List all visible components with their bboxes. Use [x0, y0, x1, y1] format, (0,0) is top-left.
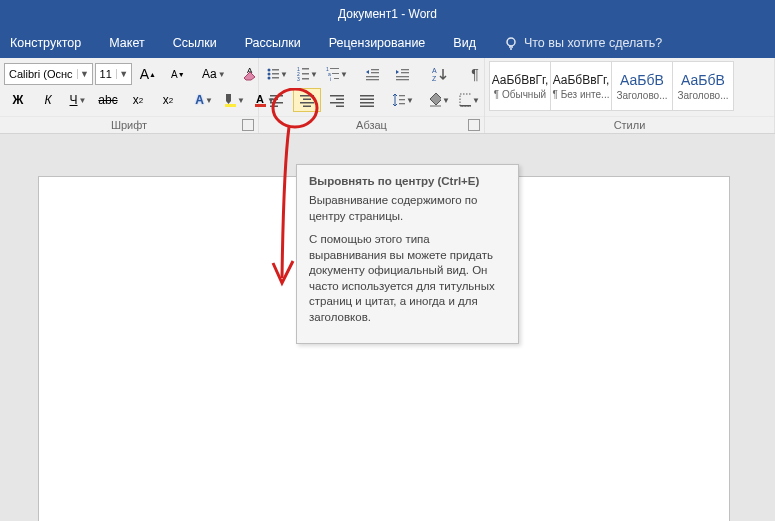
borders-button[interactable]: ▼ — [455, 88, 483, 112]
tab-layout[interactable]: Макет — [109, 36, 144, 50]
text-effects-button[interactable]: A▼ — [190, 88, 218, 112]
svg-rect-35 — [270, 102, 283, 104]
tooltip-text: С помощью этого типа выравнивания вы мож… — [309, 232, 506, 325]
bold-button[interactable]: Ж — [4, 88, 32, 112]
subscript-button[interactable]: x2 — [124, 88, 152, 112]
style-preview: АаБбВ — [620, 72, 664, 88]
underline-icon: Ч — [70, 93, 78, 107]
svg-rect-18 — [330, 68, 339, 69]
pilcrow-icon: ¶ — [471, 66, 479, 82]
svg-rect-16 — [302, 78, 309, 80]
styles-gallery[interactable]: АаБбВвГг, ¶ Обычный АаБбВвГг, ¶ Без инте… — [489, 61, 770, 111]
style-heading2[interactable]: АаБбВ Заголово... — [672, 61, 734, 111]
eraser-icon: A — [242, 66, 258, 82]
tab-view[interactable]: Вид — [453, 36, 476, 50]
sort-icon: AZ — [431, 66, 447, 82]
shrink-font-button[interactable]: A▼ — [164, 62, 192, 86]
svg-rect-14 — [302, 73, 309, 75]
svg-rect-46 — [360, 99, 374, 101]
numbering-icon: 123 — [296, 66, 309, 82]
bold-icon: Ж — [13, 93, 24, 107]
style-name: Заголово... — [673, 90, 733, 101]
title-bar: Документ1 - Word — [0, 0, 775, 28]
highlight-button[interactable]: ▼ — [220, 88, 248, 112]
window-title: Документ1 - Word — [338, 7, 437, 21]
align-left-button[interactable] — [263, 88, 291, 112]
svg-rect-54 — [460, 105, 471, 107]
svg-rect-22 — [334, 78, 339, 79]
tab-design[interactable]: Конструктор — [10, 36, 81, 50]
style-normal[interactable]: АаБбВвГг, ¶ Обычный — [489, 61, 551, 111]
svg-rect-24 — [371, 72, 379, 73]
svg-text:3: 3 — [297, 76, 300, 82]
tooltip-text: Выравнивание содержимого по центру стран… — [309, 193, 506, 224]
font-size-combo[interactable]: 11 ▼ — [95, 63, 132, 85]
sort-button[interactable]: AZ — [425, 62, 453, 86]
svg-rect-2 — [225, 104, 236, 107]
lightbulb-icon — [504, 36, 518, 50]
svg-point-0 — [507, 38, 515, 46]
svg-rect-28 — [401, 72, 409, 73]
align-center-button[interactable] — [293, 88, 321, 112]
indent-increase-icon — [395, 66, 411, 82]
strikethrough-button[interactable]: abc — [94, 88, 122, 112]
tab-references[interactable]: Ссылки — [173, 36, 217, 50]
decrease-indent-button[interactable] — [359, 62, 387, 86]
change-case-button[interactable]: Aa▼ — [200, 62, 228, 86]
change-case-icon: Aa — [202, 67, 217, 81]
superscript-button[interactable]: x2 — [154, 88, 182, 112]
font-name-value: Calibri (Оснс — [5, 68, 77, 80]
font-size-value: 11 — [96, 68, 116, 80]
shading-button[interactable]: ▼ — [425, 88, 453, 112]
svg-point-7 — [268, 73, 271, 76]
group-label-paragraph: Абзац — [259, 116, 484, 133]
svg-rect-43 — [330, 102, 344, 104]
svg-text:i: i — [330, 76, 331, 82]
dialog-launcher-icon[interactable] — [242, 119, 254, 131]
align-right-button[interactable] — [323, 88, 351, 112]
multilevel-icon: 1ai — [326, 66, 339, 82]
highlighter-icon — [223, 92, 236, 108]
svg-rect-41 — [330, 95, 344, 97]
dialog-launcher-icon[interactable] — [468, 119, 480, 131]
style-name: ¶ Обычный — [490, 89, 550, 100]
tooltip-title: Выровнять по центру (Ctrl+E) — [309, 175, 506, 187]
bullets-button[interactable]: ▼ — [263, 62, 291, 86]
svg-rect-34 — [270, 99, 278, 101]
tab-review[interactable]: Рецензирование — [329, 36, 426, 50]
svg-rect-29 — [396, 76, 409, 77]
tell-me[interactable]: Что вы хотите сделать? — [504, 36, 662, 50]
shading-icon — [428, 92, 441, 108]
svg-rect-33 — [270, 95, 283, 97]
svg-rect-12 — [302, 68, 309, 70]
style-heading1[interactable]: АаБбВ Заголово... — [611, 61, 673, 111]
style-preview: АаБбВвГг, — [553, 73, 610, 87]
tab-mailings[interactable]: Рассылки — [245, 36, 301, 50]
svg-rect-40 — [303, 106, 311, 108]
numbering-button[interactable]: 123▼ — [293, 62, 321, 86]
line-spacing-button[interactable]: ▼ — [389, 88, 417, 112]
style-name: Заголово... — [612, 90, 672, 101]
chevron-down-icon: ▼ — [77, 69, 92, 79]
svg-rect-37 — [300, 95, 314, 97]
style-name: ¶ Без инте... — [551, 89, 611, 100]
justify-button[interactable] — [353, 88, 381, 112]
align-center-icon — [299, 92, 315, 108]
italic-button[interactable]: К — [34, 88, 62, 112]
style-preview: АаБбВвГг, — [492, 73, 549, 87]
increase-indent-button[interactable] — [389, 62, 417, 86]
strike-icon: abc — [98, 93, 117, 107]
bullets-icon — [266, 66, 279, 82]
svg-rect-44 — [336, 106, 344, 108]
underline-button[interactable]: Ч▼ — [64, 88, 92, 112]
svg-rect-42 — [336, 99, 344, 101]
font-name-combo[interactable]: Calibri (Оснс ▼ — [4, 63, 93, 85]
ribbon: Calibri (Оснс ▼ 11 ▼ A▲ A▼ Aa▼ A Ж К — [0, 58, 775, 134]
style-preview: АаБбВ — [681, 72, 725, 88]
svg-rect-36 — [270, 106, 278, 108]
text-effects-icon: A — [195, 93, 204, 107]
style-no-spacing[interactable]: АаБбВвГг, ¶ Без инте... — [550, 61, 612, 111]
svg-rect-26 — [366, 79, 379, 80]
multilevel-list-button[interactable]: 1ai▼ — [323, 62, 351, 86]
grow-font-button[interactable]: A▲ — [134, 62, 162, 86]
